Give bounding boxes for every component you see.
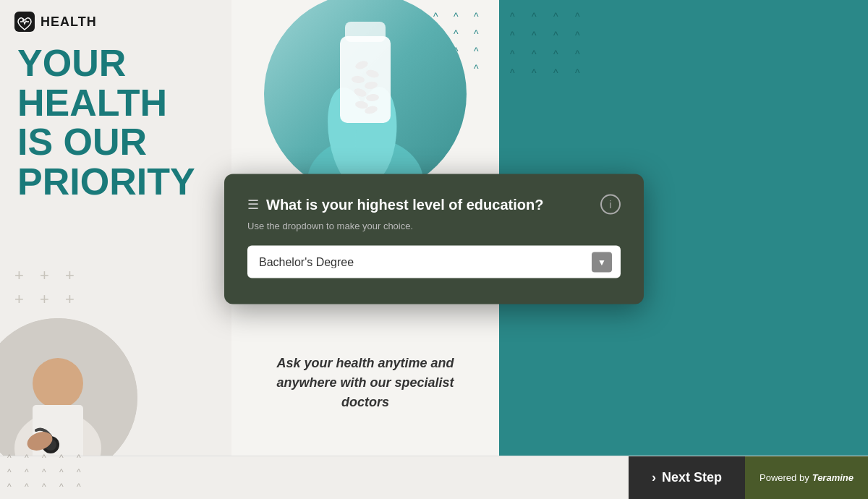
powered-by-prefix: Powered by [760,472,809,483]
headline-line2: HEALTH [17,83,214,123]
bottom-tagline-area: Ask your health anytime and anywhere wit… [264,354,467,412]
doctor-image-circle [0,318,137,456]
svg-point-3 [33,358,83,409]
next-arrow-icon: › [652,470,656,485]
list-icon: ☰ [247,197,259,213]
modal-title: What is your highest level of education? [266,196,543,213]
bottom-tagline-text: Ask your health anytime and anywhere wit… [264,354,467,412]
pill-bottle-circle [264,0,467,195]
svg-rect-0 [14,12,35,32]
education-dropdown-wrapper: High School Diploma Associate's Degree B… [247,246,621,278]
next-step-label: Next Step [662,470,722,485]
svg-rect-12 [345,22,386,42]
headline: YOUR HEALTH IS OUR PRIORITY [0,43,231,201]
education-dropdown[interactable]: High School Diploma Associate's Degree B… [247,246,621,278]
headline-line3: IS OUR [17,122,214,162]
modal-subtitle: Use the dropdown to make your choice. [247,221,621,231]
info-icon[interactable]: i [600,195,621,215]
next-step-button[interactable]: › Next Step [629,456,745,500]
modal-title-group: ☰ What is your highest level of educatio… [247,196,543,213]
heartbeat-icon [14,12,35,32]
headline-line4: PRIORITY [17,162,214,202]
powered-by-area: Powered by Teramine [745,456,868,500]
chevron-pattern-right: ^ ^ ^ ^ ^ ^ ^ ^ ^ ^ ^ ^ ^ ^ ^ ^ [499,0,600,90]
education-modal: ☰ What is your highest level of educatio… [224,174,644,304]
left-panel: HEALTH YOUR HEALTH IS OUR PRIORITY + + +… [0,0,231,456]
bottom-chevrons: ^ ^ ^ ^ ^ ^ ^ ^ ^ ^ ^ ^ ^ ^ ^ [0,445,97,499]
logo-text: HEALTH [41,14,97,30]
footer-bar: ^ ^ ^ ^ ^ ^ ^ ^ ^ ^ ^ ^ ^ ^ ^ › Next Ste… [0,456,868,499]
modal-header: ☰ What is your highest level of educatio… [247,195,621,215]
powered-by-brand: Teramine [812,472,854,483]
logo-area: HEALTH [0,0,231,43]
headline-line1: YOUR [17,43,214,83]
plus-decorations: + + ++ + + [14,263,80,311]
